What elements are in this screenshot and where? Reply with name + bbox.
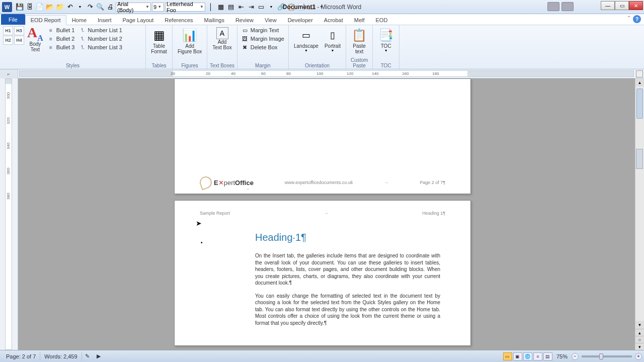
zoom-level[interactable]: 75% xyxy=(556,353,568,359)
vertical-ruler[interactable]: 300 320 340 360 380 xyxy=(0,78,18,350)
tab-insert[interactable]: Insert xyxy=(92,15,117,25)
draft-view-button[interactable]: ▤ xyxy=(543,352,552,360)
print-preview-icon[interactable]: 🔍 xyxy=(96,3,105,12)
delete-box-button[interactable]: ✖Delete Box xyxy=(240,43,285,51)
font-size-combo[interactable]: 9▼ xyxy=(152,3,164,12)
page[interactable]: Sample Report → Heading 1¶ • Heading·1¶ … xyxy=(174,200,471,346)
next-page-button[interactable]: ▾ xyxy=(635,343,644,350)
qat-sep-icon: │ xyxy=(206,3,215,12)
tab-developer[interactable]: Developer xyxy=(282,15,318,25)
fullscreen-view-button[interactable]: ▣ xyxy=(513,352,522,360)
bullet-2-button[interactable]: ≡Bullet 2 xyxy=(46,35,76,43)
landscape-button[interactable]: ▭ Landscape ▼ xyxy=(292,26,320,53)
close-button[interactable]: ✕ xyxy=(629,1,643,10)
status-right: ▭ ▣ 🌐 ≡ ▤ 75% − + xyxy=(503,352,642,360)
outline-view-button[interactable]: ≡ xyxy=(533,352,542,360)
add-textbox-button[interactable]: A Add Text Box xyxy=(210,26,233,51)
page-body[interactable]: Heading·1¶ On the Insert tab, the galler… xyxy=(255,231,440,332)
zoom-thumb[interactable] xyxy=(599,353,603,359)
tab-home[interactable]: Home xyxy=(66,15,92,25)
toc-icon: 📑 xyxy=(378,27,394,43)
quick-print-icon[interactable]: 🖨 xyxy=(106,3,115,12)
number-1-button[interactable]: ⒈Number List 1 xyxy=(78,26,123,34)
toc-button[interactable]: 📑 TOC ▼ xyxy=(376,26,396,53)
tab-view[interactable]: View xyxy=(259,15,282,25)
paste-text-button[interactable]: 📋 Paste text xyxy=(349,26,369,55)
close-doc-icon[interactable]: 📁 xyxy=(55,3,64,12)
maximize-button[interactable]: ▭ xyxy=(615,1,629,10)
ruler-toggle-button[interactable] xyxy=(636,70,643,77)
undo-icon[interactable]: ↶ xyxy=(65,3,74,12)
zoom-slider[interactable] xyxy=(582,355,632,357)
h3-button[interactable]: H3 xyxy=(14,26,24,35)
style-combo[interactable]: Letterhead Foo▼ xyxy=(165,3,205,12)
bullet-3-button[interactable]: ≡Bullet 3 xyxy=(46,43,76,51)
tab-melf[interactable]: Melf xyxy=(349,15,370,25)
spellcheck-icon[interactable]: ✎ xyxy=(83,352,92,361)
media-btn-1[interactable] xyxy=(547,2,559,11)
page[interactable]: E✕pertOffice → www.expertofficedocuments… xyxy=(174,78,471,194)
tab-mailings[interactable]: Mailings xyxy=(199,15,230,25)
group-orientation: ▭ Landscape ▼ ▯ Portrait ▼ Orientation xyxy=(289,25,346,69)
insert-field-icon[interactable]: ▦ xyxy=(216,3,225,12)
print-layout-view-button[interactable]: ▭ xyxy=(503,352,512,360)
scroll-up-button[interactable]: ▲ xyxy=(635,78,644,86)
new-icon[interactable]: 📄 xyxy=(35,3,44,12)
table-format-button[interactable]: ▦ Table Format xyxy=(149,26,169,55)
body-text-button[interactable]: AA Body Text xyxy=(26,26,44,53)
h2-button[interactable]: H2 xyxy=(3,36,13,45)
macro-icon[interactable]: ▶ xyxy=(94,352,103,361)
group-tables: ▦ Table Format Tables xyxy=(146,25,173,69)
tab-selector[interactable]: ⌐ xyxy=(0,69,18,78)
margin-image-button[interactable]: 🖼Margin Image xyxy=(240,35,285,43)
window-controls: — ▭ ✕ xyxy=(601,1,643,10)
save-icon[interactable]: 💾 xyxy=(15,3,24,12)
save-all-icon[interactable]: 🗄 xyxy=(25,3,34,12)
outdent-icon[interactable]: ⇤ xyxy=(236,3,246,12)
indent-icon[interactable]: ⇥ xyxy=(247,3,256,12)
zoom-in-button[interactable]: + xyxy=(635,353,642,360)
status-page[interactable]: Page: 2 of 7 xyxy=(2,352,40,361)
borders-icon[interactable]: ▭ xyxy=(257,3,266,12)
tab-page-layout[interactable]: Page Layout xyxy=(117,15,159,25)
redo-icon[interactable]: ↷ xyxy=(86,3,95,12)
undo-dropdown-icon[interactable]: ▼ xyxy=(75,3,85,12)
portrait-button[interactable]: ▯ Portrait ▼ xyxy=(323,26,343,53)
vertical-scrollbar[interactable]: ▲ ▼ ▴ ○ ▾ xyxy=(635,78,644,350)
h1-button[interactable]: H1 xyxy=(3,26,13,35)
prev-page-button[interactable]: ▴ xyxy=(635,329,644,336)
word-icon[interactable]: W xyxy=(2,2,12,12)
browse-object-button[interactable]: ○ xyxy=(635,336,644,343)
minimize-ribbon-icon[interactable]: ⌃ xyxy=(627,15,631,23)
zoom-out-button[interactable]: − xyxy=(572,353,579,360)
status-words[interactable]: Words: 2,459 xyxy=(40,352,82,361)
font-name-combo[interactable]: Arial (Body)▼ xyxy=(116,3,151,12)
media-btn-2[interactable] xyxy=(561,2,574,11)
horizontal-ruler[interactable]: ⌐ 20 20 40 60 80 100 120 140 160 180 xyxy=(0,69,644,78)
splitter-handle[interactable] xyxy=(636,149,643,169)
bullet-1-button[interactable]: ≡Bullet 1 xyxy=(46,26,76,34)
open-icon[interactable]: 📂 xyxy=(45,3,54,12)
web-view-button[interactable]: 🌐 xyxy=(523,352,532,360)
scroll-thumb[interactable] xyxy=(636,88,643,119)
add-figure-button[interactable]: 📊 Add Figure Box xyxy=(176,26,204,55)
number-3-button[interactable]: ⒈Number List 3 xyxy=(78,43,123,51)
page-header: Sample Report → Heading 1¶ xyxy=(200,211,445,216)
margin-image-icon: 🖼 xyxy=(242,35,249,42)
minimize-button[interactable]: — xyxy=(601,1,615,10)
number-2-button[interactable]: ⒈Number List 2 xyxy=(78,35,123,43)
scroll-down-button[interactable]: ▼ xyxy=(635,321,644,329)
tab-eod[interactable]: EOD xyxy=(370,15,393,25)
margin-text-button[interactable]: ▭Margin Text xyxy=(240,26,285,34)
tab-review[interactable]: Review xyxy=(230,15,259,25)
tab-file[interactable]: File xyxy=(1,14,25,25)
tab-references[interactable]: References xyxy=(159,15,198,25)
tab-acrobat[interactable]: Acrobat xyxy=(318,15,349,25)
paragraph: On the Insert tab, the galleries include… xyxy=(255,252,440,287)
dropdown-icon[interactable]: ▼ xyxy=(267,3,276,12)
table-icon[interactable]: ▤ xyxy=(226,3,235,12)
group-textboxes: A Add Text Box Text Boxes xyxy=(207,25,237,69)
h4-button[interactable]: H4 xyxy=(14,36,24,45)
help-button[interactable]: ? xyxy=(633,15,641,23)
tab-eod-report[interactable]: EOD Report xyxy=(25,15,66,25)
